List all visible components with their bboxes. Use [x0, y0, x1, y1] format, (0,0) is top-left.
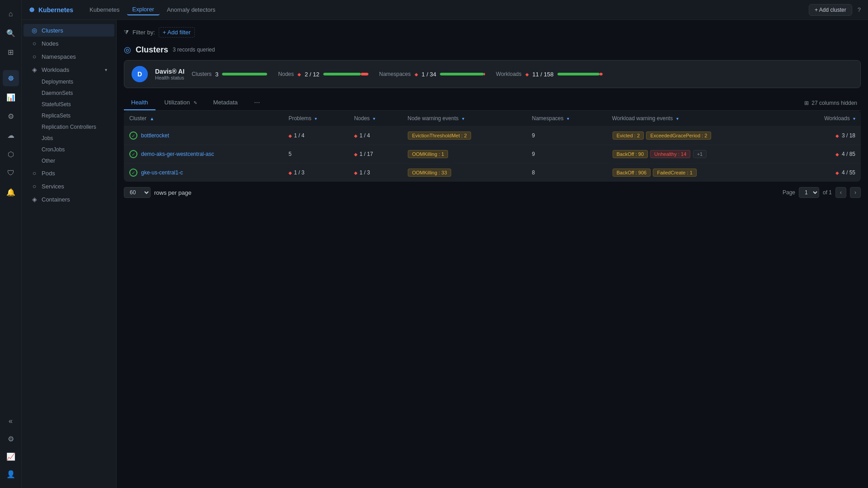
problems-sort-icon: ▾	[315, 116, 317, 121]
davis-card: D Davis® AI Health status Clusters 3	[124, 60, 861, 88]
rows-per-page-select[interactable]: 60 100 200	[124, 187, 151, 198]
cloud-icon[interactable]: ☁	[3, 127, 19, 143]
page-label: Page	[783, 189, 795, 196]
alert-icon[interactable]: 🔔	[3, 184, 19, 200]
shield-icon[interactable]: 🛡	[3, 165, 19, 181]
clusters-icon: ◎	[31, 27, 38, 34]
col-node-warning-events[interactable]: Node warning events ▾	[402, 111, 526, 127]
home-icon[interactable]: ⌂	[3, 6, 19, 22]
prev-page-button[interactable]: ‹	[835, 187, 846, 198]
table-row: ✓ bottlerocket ◆ 1 / 4 ◆	[124, 127, 861, 145]
user-icon[interactable]: 👤	[3, 466, 19, 482]
sidebar-item-clusters[interactable]: ◎ Clusters	[24, 24, 114, 37]
tag-unhealthy-2: Unhealthy : 14	[650, 150, 690, 158]
nodes-diamond-1: ◆	[354, 133, 358, 138]
tab-health[interactable]: Health	[124, 95, 156, 110]
sidebar-item-workloads[interactable]: ◈ Workloads ▾	[24, 63, 114, 76]
sidebar-item-services[interactable]: ○ Services	[24, 180, 114, 192]
sidebar-item-jobs[interactable]: Jobs	[24, 133, 114, 144]
sidebar-item-pods[interactable]: ○ Pods	[24, 167, 114, 179]
sidebar-item-other[interactable]: Other	[24, 155, 114, 166]
col-cluster[interactable]: Cluster ▲	[124, 111, 283, 127]
page-select[interactable]: 1	[799, 187, 819, 198]
sidebar-item-replication-controllers[interactable]: Replication Controllers	[24, 122, 114, 132]
nav-explorer[interactable]: Explorer	[127, 4, 160, 15]
grid-icon[interactable]: ⊞	[3, 44, 19, 60]
tag-evicted-1: Evicted : 2	[613, 131, 644, 140]
cluster-link-3[interactable]: gke-us-central1-c	[141, 169, 183, 176]
wwe-sort-icon: ▾	[676, 116, 679, 121]
records-badge: 3 records queried	[173, 47, 215, 53]
filter-icon: ⧩	[124, 29, 129, 36]
tab-utilization[interactable]: Utilization ✎	[157, 95, 204, 110]
sidebar: ◎ Clusters ○ Nodes ○ Namespaces ◈ Worklo…	[22, 20, 117, 488]
cluster-link-2[interactable]: demo-aks-ger-westcentral-asc	[141, 151, 214, 157]
davis-info: Davis® AI Health status	[155, 68, 184, 80]
sidebar-item-statefulsets[interactable]: StatefulSets	[24, 99, 114, 110]
metric-namespaces-value: 1 / 34	[422, 71, 437, 78]
app-title: Kubernetes	[38, 6, 73, 14]
nav-kubernetes[interactable]: Kubernetes	[84, 5, 125, 15]
tabs-row: Health Utilization ✎ Metadata ⋯ ⊞ 27 col…	[124, 95, 861, 111]
kubernetes-icon[interactable]: ☸	[3, 70, 19, 86]
columns-hidden-button[interactable]: ⊞ 27 columns hidden	[801, 98, 861, 108]
workloads-diamond-2: ◆	[835, 152, 839, 157]
sidebar-item-daemonsets[interactable]: DaemonSets	[24, 88, 114, 99]
tag-backoff-2: BackOff : 90	[613, 150, 648, 158]
clusters-table: Cluster ▲ Problems ▾ Nodes ▾ Node warn	[124, 111, 861, 182]
sidebar-item-containers[interactable]: ◈ Containers	[24, 193, 114, 206]
help-icon[interactable]: ?	[858, 6, 861, 13]
sidebar-services-label: Services	[42, 183, 64, 190]
cell-nwe-2: OOMKilling : 1	[402, 145, 526, 164]
cell-workloads-2: ◆ 4 / 85	[791, 145, 861, 164]
col-workload-warning-events[interactable]: Workload warning events ▾	[607, 111, 791, 127]
metric-workloads: Workloads ◆ 11 / 158	[496, 71, 602, 78]
next-page-button[interactable]: ›	[850, 187, 861, 198]
cluster-link-1[interactable]: bottlerocket	[141, 132, 169, 139]
cell-wwe-3: BackOff : 906 FailedCreate : 1	[607, 164, 791, 182]
network-icon[interactable]: ⬡	[3, 146, 19, 162]
settings-icon[interactable]: ⚙	[3, 431, 19, 447]
health-ok-icon-3: ✓	[129, 169, 137, 177]
metric-workloads-bar	[557, 73, 603, 75]
health-ok-icon-1: ✓	[129, 131, 137, 140]
nav-anomaly-detectors[interactable]: Anomaly detectors	[161, 5, 221, 15]
cell-nwe-3: OOMKilling : 33	[402, 164, 526, 182]
col-workloads[interactable]: Workloads ▾	[791, 111, 861, 127]
add-filter-button[interactable]: + Add filter	[159, 27, 195, 38]
content-area: ◎ Clusters ○ Nodes ○ Namespaces ◈ Worklo…	[22, 20, 868, 488]
nodes-diamond-3: ◆	[354, 170, 358, 175]
analytics-icon[interactable]: 📈	[3, 448, 19, 465]
add-cluster-button[interactable]: + Add cluster	[809, 4, 852, 16]
col-namespaces[interactable]: Namespaces ▾	[526, 111, 606, 127]
namespaces-sort-icon: ▾	[567, 116, 569, 121]
metric-namespaces-label: Namespaces	[379, 71, 411, 77]
cell-namespaces-1: 9	[526, 127, 606, 145]
sidebar-namespaces-label: Namespaces	[42, 53, 76, 60]
sidebar-item-deployments[interactable]: Deployments	[24, 76, 114, 87]
table-row: ✓ gke-us-central1-c ◆ 1 / 3	[124, 164, 861, 182]
col-nodes[interactable]: Nodes ▾	[349, 111, 402, 127]
services-sidebar-icon: ○	[31, 183, 38, 190]
tag-more-2: +1	[693, 150, 707, 158]
tab-more-options[interactable]: ⋯	[247, 95, 267, 110]
search-icon[interactable]: 🔍	[3, 25, 19, 41]
davis-subtitle: Health status	[155, 75, 184, 80]
chart-icon[interactable]: 📊	[3, 89, 19, 105]
sidebar-item-nodes[interactable]: ○ Nodes	[24, 37, 114, 50]
nwe-sort-icon: ▾	[462, 116, 464, 121]
davis-logo: D	[132, 66, 148, 82]
cell-nodes-2: ◆ 1 / 17	[349, 145, 402, 164]
workloads-diamond: ◆	[525, 72, 529, 77]
col-problems[interactable]: Problems ▾	[283, 111, 349, 127]
workloads-sort-icon: ▾	[853, 116, 855, 121]
add-cluster-label: + Add cluster	[815, 7, 846, 13]
tab-metadata[interactable]: Metadata	[206, 95, 245, 110]
sidebar-item-namespaces[interactable]: ○ Namespaces	[24, 50, 114, 63]
sidebar-item-replicasets[interactable]: ReplicaSets	[24, 110, 114, 121]
sidebar-item-cronjobs[interactable]: CronJobs	[24, 144, 114, 155]
services-icon[interactable]: ⚙	[3, 108, 19, 124]
metric-namespaces-bar	[440, 73, 485, 75]
collapse-icon[interactable]: «	[3, 413, 19, 429]
nav-links: Kubernetes Explorer Anomaly detectors	[84, 4, 221, 15]
